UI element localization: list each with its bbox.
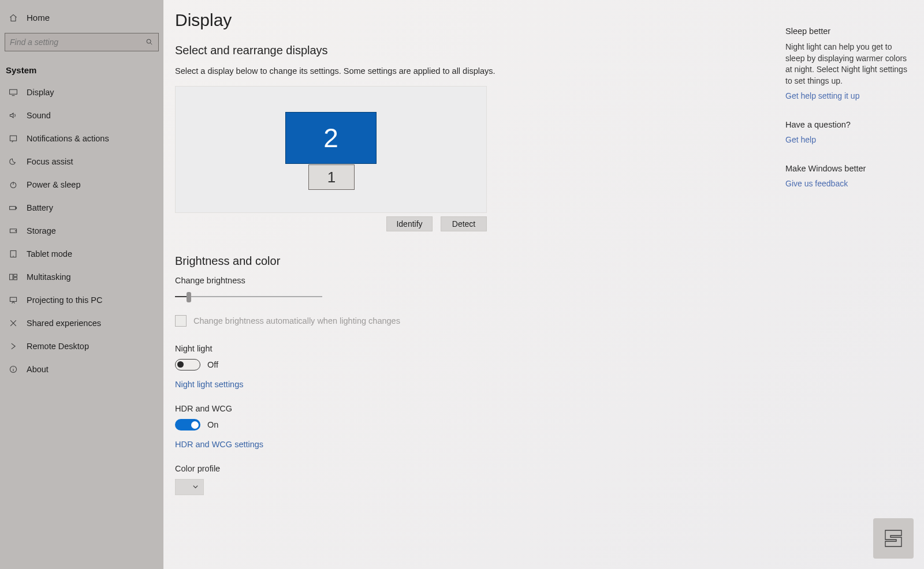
sidebar-item-shared[interactable]: Shared experiences xyxy=(0,312,163,335)
battery-icon xyxy=(8,203,18,212)
search-icon xyxy=(141,38,158,46)
sidebar-item-about[interactable]: About xyxy=(0,358,163,381)
tips-panel: Sleep better Night light can help you ge… xyxy=(785,27,912,208)
svg-rect-11 xyxy=(14,278,17,280)
main-content: Display Select and rearrange displays Se… xyxy=(163,0,924,569)
notifications-icon xyxy=(8,134,18,143)
get-help-link[interactable]: Get help xyxy=(785,135,912,144)
svg-rect-1 xyxy=(10,89,17,94)
sidebar-item-notifications[interactable]: Notifications & actions xyxy=(0,127,163,150)
svg-rect-9 xyxy=(10,274,13,280)
home-label: Home xyxy=(27,13,50,23)
sidebar-item-label: Multitasking xyxy=(27,272,71,282)
sidebar-item-label: Shared experiences xyxy=(27,319,101,328)
category-title: System xyxy=(0,57,163,81)
tip-question-title: Have a question? xyxy=(785,120,912,129)
power-icon xyxy=(8,180,18,189)
svg-point-7 xyxy=(16,231,16,231)
hdr-settings-link[interactable]: HDR and WCG settings xyxy=(175,440,498,449)
night-light-state: Off xyxy=(207,360,218,369)
tip-feedback-title: Make Windows better xyxy=(785,164,912,173)
color-profile-dropdown[interactable] xyxy=(175,479,204,495)
monitor-1[interactable]: 1 xyxy=(308,164,355,190)
svg-rect-10 xyxy=(14,274,17,276)
sidebar-item-label: Battery xyxy=(27,203,53,212)
change-brightness-label: Change brightness xyxy=(175,276,498,285)
give-feedback-link[interactable]: Give us feedback xyxy=(785,179,912,188)
sidebar-item-tablet[interactable]: Tablet mode xyxy=(0,242,163,265)
sidebar-item-label: Notifications & actions xyxy=(27,134,109,143)
sidebar-item-label: Storage xyxy=(27,226,56,235)
sidebar-item-battery[interactable]: Battery xyxy=(0,196,163,219)
sidebar-item-storage[interactable]: Storage xyxy=(0,219,163,242)
projecting-icon xyxy=(8,295,18,305)
storage-icon xyxy=(8,226,18,235)
sidebar-item-label: Power & sleep xyxy=(27,180,81,189)
monitor-2[interactable]: 2 xyxy=(285,112,377,164)
hdr-label: HDR and WCG xyxy=(175,404,498,413)
monitor-icon xyxy=(8,88,18,97)
arrange-heading: Select and rearrange displays xyxy=(175,44,498,57)
color-profile-label: Color profile xyxy=(175,464,498,473)
svg-rect-2 xyxy=(10,136,16,141)
sidebar-item-label: Projecting to this PC xyxy=(27,295,102,305)
svg-rect-4 xyxy=(10,207,16,210)
identify-button[interactable]: Identify xyxy=(386,216,433,231)
sidebar: Home System Display Sound Notifications … xyxy=(0,0,163,569)
home-button[interactable]: Home xyxy=(0,8,163,27)
sidebar-item-label: Display xyxy=(27,88,54,97)
engadget-watermark xyxy=(873,518,914,559)
search-input[interactable] xyxy=(5,38,141,47)
info-icon xyxy=(8,365,18,374)
brightness-heading: Brightness and color xyxy=(175,254,498,268)
auto-brightness-label: Change brightness automatically when lig… xyxy=(193,316,400,325)
moon-icon xyxy=(8,157,18,166)
sidebar-item-focus-assist[interactable]: Focus assist xyxy=(0,150,163,173)
display-arrange-area[interactable]: 2 1 xyxy=(175,86,487,213)
brightness-slider[interactable] xyxy=(175,291,322,302)
sidebar-item-power[interactable]: Power & sleep xyxy=(0,173,163,196)
sidebar-item-label: Remote Desktop xyxy=(27,342,89,351)
sidebar-item-sound[interactable]: Sound xyxy=(0,104,163,127)
sidebar-item-label: Tablet mode xyxy=(27,249,72,259)
tip-sleep-link[interactable]: Get help setting it up xyxy=(785,91,912,100)
night-light-toggle[interactable] xyxy=(175,359,200,370)
hdr-toggle[interactable] xyxy=(175,419,200,431)
chevron-down-icon xyxy=(192,482,199,492)
tablet-icon xyxy=(8,249,18,259)
night-light-label: Night light xyxy=(175,344,498,353)
multitasking-icon xyxy=(8,272,18,282)
svg-rect-5 xyxy=(16,207,17,208)
sidebar-item-projecting[interactable]: Projecting to this PC xyxy=(0,289,163,312)
sidebar-item-remote[interactable]: Remote Desktop xyxy=(0,335,163,358)
svg-point-0 xyxy=(147,39,151,43)
home-icon xyxy=(8,13,18,23)
search-box[interactable] xyxy=(5,33,159,51)
tip-sleep-title: Sleep better xyxy=(785,27,912,36)
arrange-desc: Select a display below to change its set… xyxy=(175,65,498,77)
sidebar-item-label: About xyxy=(27,365,49,374)
sidebar-item-multitasking[interactable]: Multitasking xyxy=(0,265,163,289)
tip-sleep-body: Night light can help you get to sleep by… xyxy=(785,42,912,87)
auto-brightness-checkbox[interactable] xyxy=(175,315,187,327)
sidebar-item-label: Sound xyxy=(27,111,51,120)
remote-icon xyxy=(8,342,18,351)
sidebar-item-display[interactable]: Display xyxy=(0,81,163,104)
detect-button[interactable]: Detect xyxy=(441,216,487,231)
night-light-settings-link[interactable]: Night light settings xyxy=(175,380,498,389)
sidebar-item-label: Focus assist xyxy=(27,157,73,166)
shared-icon xyxy=(8,319,18,328)
sound-icon xyxy=(8,111,18,120)
hdr-state: On xyxy=(207,420,218,429)
svg-rect-12 xyxy=(10,297,16,301)
